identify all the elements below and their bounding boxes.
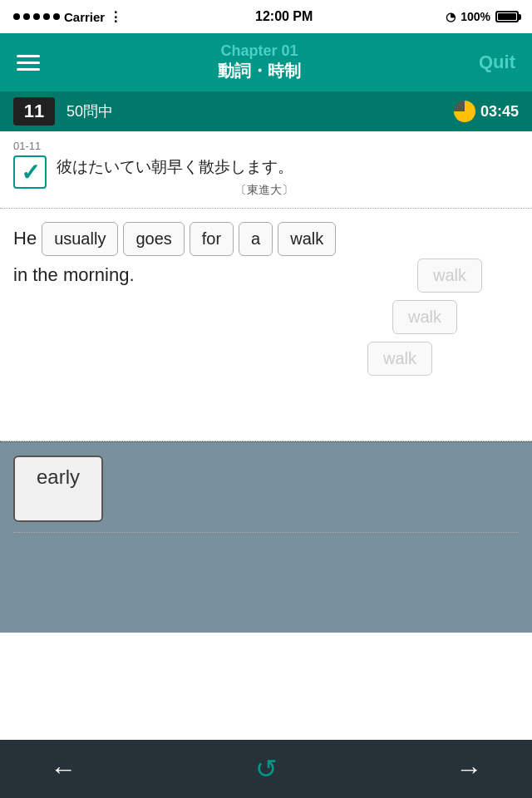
ghost-tile-2: walk (392, 300, 457, 334)
time-display: 12:00 PM (255, 9, 313, 24)
answer-area: He usually goes for a walk in the mornin… (0, 209, 532, 441)
header-title: Chapter 01 動詞・時制 (218, 42, 301, 82)
carrier-label: Carrier (64, 10, 105, 24)
signal-dots (13, 13, 60, 20)
refresh-button[interactable]: ↺ (255, 753, 278, 785)
question-text-block: 彼はたいてい朝早く散歩します。 〔東進大〕 (57, 155, 293, 198)
tile-for[interactable]: for (190, 222, 234, 256)
question-area: 01-11 ✓ 彼はたいてい朝早く散歩します。 〔東進大〕 (0, 131, 532, 209)
nav-bar: ← ↺ → (0, 740, 532, 798)
tile-walk[interactable]: walk (278, 222, 336, 256)
tray-top-section: early (13, 456, 519, 522)
tray-divider-1 (13, 532, 519, 533)
tile-goes[interactable]: goes (123, 222, 184, 256)
tile-early[interactable]: early (13, 456, 103, 522)
question-text: 彼はたいてい朝早く散歩します。 (57, 155, 293, 180)
status-left: Carrier ⋮ (13, 9, 122, 25)
progress-bar: 11 50問中 03:45 (0, 91, 532, 131)
ghost-tile-3: walk (367, 342, 432, 376)
tile-usually[interactable]: usually (42, 222, 118, 256)
status-right: ◔ 100% (446, 10, 519, 23)
wifi-icon: ⋮ (109, 9, 122, 25)
forward-button[interactable]: → (456, 754, 482, 785)
app-header: Chapter 01 動詞・時制 Quit (0, 33, 532, 91)
battery-percent: 100% (461, 10, 490, 23)
ghost-tile-1: walk (417, 259, 482, 293)
tile-a[interactable]: a (239, 222, 273, 256)
question-number: 11 (13, 97, 55, 126)
word-row: He usually goes for a walk (13, 222, 519, 256)
question-id: 01-11 (13, 140, 519, 152)
chapter-label: Chapter 01 (218, 42, 301, 60)
battery-icon (495, 11, 519, 22)
hamburger-menu[interactable] (17, 55, 40, 71)
status-bar: Carrier ⋮ 12:00 PM ◔ 100% (0, 0, 532, 33)
question-content: ✓ 彼はたいてい朝早く散歩します。 〔東進大〕 (13, 155, 519, 198)
quit-button[interactable]: Quit (479, 52, 515, 73)
back-button[interactable]: ← (50, 754, 76, 785)
check-mark-icon: ✓ (21, 159, 40, 186)
timer-container: 03:45 (454, 101, 519, 122)
word-tray: early (0, 441, 532, 633)
check-box: ✓ (13, 155, 47, 189)
tray-bottom-section (13, 543, 519, 609)
static-word-he: He (13, 228, 37, 249)
timer-display: 03:45 (480, 103, 519, 121)
total-questions: 50問中 (66, 101, 454, 121)
timer-icon (454, 101, 475, 122)
question-source: 〔東進大〕 (57, 183, 293, 198)
lock-icon: ◔ (446, 10, 456, 23)
subtitle-label: 動詞・時制 (218, 60, 301, 82)
